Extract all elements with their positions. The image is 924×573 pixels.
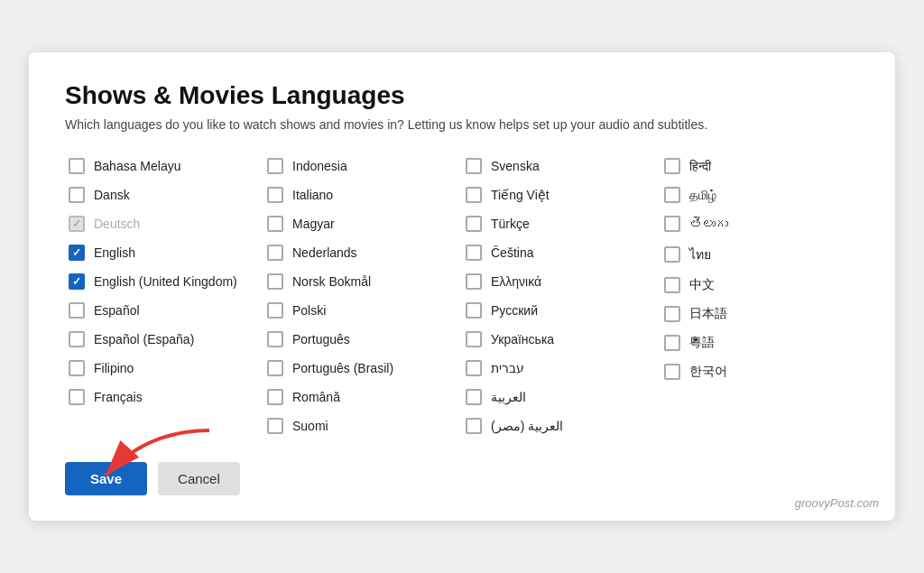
lang-item[interactable]: Français: [65, 383, 263, 411]
lang-label: हिन्दी: [689, 159, 711, 174]
lang-item[interactable]: العربية (مصر): [462, 411, 661, 440]
lang-item[interactable]: Magyar: [263, 209, 462, 238]
checkbox[interactable]: [69, 245, 85, 261]
watermark: groovyPost.com: [795, 496, 879, 510]
page-title: Shows & Movies Languages: [65, 81, 859, 110]
checkbox[interactable]: [267, 331, 283, 347]
lang-item[interactable]: Indonesia: [263, 152, 462, 180]
lang-item[interactable]: Norsk Bokmål: [263, 267, 462, 296]
lang-item[interactable]: Español (España): [65, 325, 263, 354]
checkbox[interactable]: [664, 277, 680, 293]
lang-label: Nederlands: [292, 245, 357, 260]
lang-item[interactable]: Русский: [462, 296, 661, 325]
save-button[interactable]: Save: [65, 462, 147, 495]
checkbox[interactable]: [466, 245, 482, 261]
checkbox[interactable]: [267, 158, 283, 174]
checkbox[interactable]: [69, 216, 85, 232]
checkbox[interactable]: [466, 418, 482, 434]
checkbox[interactable]: [267, 216, 283, 232]
checkbox[interactable]: [664, 187, 680, 203]
lang-item[interactable]: తెలుగు: [661, 209, 859, 238]
lang-label: Italiano: [292, 188, 333, 202]
lang-item[interactable]: Tiếng Việt: [462, 180, 661, 209]
checkbox[interactable]: [267, 273, 283, 290]
checkbox[interactable]: [466, 158, 482, 174]
checkbox[interactable]: [664, 246, 680, 263]
lang-item[interactable]: Română: [263, 383, 462, 411]
checkbox[interactable]: [69, 331, 85, 347]
lang-item[interactable]: עברית: [462, 354, 661, 383]
lang-item[interactable]: العربية: [462, 383, 661, 411]
lang-item[interactable]: English: [65, 238, 263, 267]
lang-item[interactable]: हिन्दी: [661, 152, 859, 180]
checkbox[interactable]: [267, 389, 283, 405]
checkbox[interactable]: [664, 364, 680, 380]
checkbox[interactable]: [69, 389, 85, 405]
lang-label: العربية (مصر): [491, 419, 563, 433]
lang-label: Indonesia: [292, 159, 347, 173]
lang-item[interactable]: 中文: [661, 271, 859, 300]
checkbox[interactable]: [267, 245, 283, 261]
lang-label: Español: [94, 303, 140, 318]
checkbox[interactable]: [267, 187, 283, 203]
lang-label: Magyar: [292, 217, 335, 231]
lang-col-1: IndonesiaItalianoMagyarNederlandsNorsk B…: [263, 152, 462, 440]
lang-item[interactable]: ไทย: [661, 238, 859, 271]
lang-label: English (United Kingdom): [94, 274, 237, 289]
lang-item[interactable]: Español: [65, 296, 263, 325]
lang-item[interactable]: Türkçe: [462, 209, 661, 238]
lang-col-2: SvenskaTiếng ViệtTürkçeČeštinaΕλληνικάРу…: [462, 152, 661, 440]
checkbox[interactable]: [267, 302, 283, 319]
checkbox[interactable]: [267, 418, 283, 434]
lang-item[interactable]: Polski: [263, 296, 462, 325]
lang-item[interactable]: Italiano: [263, 180, 462, 209]
cancel-button[interactable]: Cancel: [158, 462, 240, 495]
lang-item[interactable]: Português: [263, 325, 462, 354]
lang-label: Norsk Bokmål: [292, 274, 371, 289]
lang-item[interactable]: 粵語: [661, 328, 859, 357]
lang-item[interactable]: Bahasa Melayu: [65, 152, 263, 180]
checkbox[interactable]: [466, 187, 482, 203]
lang-label: 中文: [689, 277, 715, 293]
checkbox[interactable]: [69, 360, 85, 376]
lang-label: Bahasa Melayu: [94, 159, 181, 173]
lang-label: Türkçe: [491, 217, 530, 231]
lang-item[interactable]: English (United Kingdom): [65, 267, 263, 296]
checkbox[interactable]: [466, 302, 482, 319]
page-subtitle: Which languages do you like to watch sho…: [65, 117, 859, 132]
lang-label: Română: [292, 390, 340, 404]
checkbox[interactable]: [69, 273, 85, 290]
checkbox[interactable]: [466, 273, 482, 290]
lang-item[interactable]: Português (Brasil): [263, 354, 462, 383]
lang-item[interactable]: Svenska: [462, 152, 661, 180]
checkbox[interactable]: [664, 216, 680, 232]
lang-item[interactable]: Українська: [462, 325, 661, 354]
lang-label: Ελληνικά: [491, 274, 541, 289]
lang-item[interactable]: Filipino: [65, 354, 263, 383]
checkbox[interactable]: [466, 216, 482, 232]
lang-item[interactable]: Nederlands: [263, 238, 462, 267]
checkbox[interactable]: [466, 331, 482, 347]
language-grid: Bahasa MelayuDanskDeutschEnglishEnglish …: [65, 152, 859, 440]
lang-item[interactable]: Dansk: [65, 180, 263, 209]
checkbox[interactable]: [466, 360, 482, 376]
lang-label: 粵語: [689, 335, 715, 351]
lang-col-0: Bahasa MelayuDanskDeutschEnglishEnglish …: [65, 152, 263, 440]
lang-label: Svenska: [491, 159, 540, 173]
lang-item[interactable]: 日本語: [661, 300, 859, 328]
lang-item[interactable]: Suomi: [263, 411, 462, 440]
lang-item[interactable]: Deutsch: [65, 209, 263, 238]
checkbox[interactable]: [466, 389, 482, 405]
checkbox[interactable]: [267, 360, 283, 376]
lang-label: Dansk: [94, 188, 130, 202]
checkbox[interactable]: [664, 306, 680, 322]
lang-item[interactable]: Ελληνικά: [462, 267, 661, 296]
checkbox[interactable]: [664, 158, 680, 174]
lang-item[interactable]: Čeština: [462, 238, 661, 267]
checkbox[interactable]: [69, 158, 85, 174]
checkbox[interactable]: [69, 187, 85, 203]
checkbox[interactable]: [664, 335, 680, 351]
lang-item[interactable]: தமிழ்: [661, 180, 859, 209]
checkbox[interactable]: [69, 302, 85, 319]
lang-item[interactable]: 한국어: [661, 357, 859, 386]
